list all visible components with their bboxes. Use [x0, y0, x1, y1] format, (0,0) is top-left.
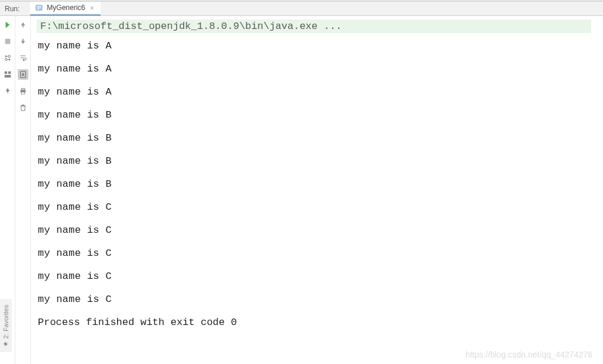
exit-message: Process finished with exit code 0: [37, 317, 603, 328]
star-icon: ★: [2, 341, 10, 347]
output-line: my name is A: [37, 86, 603, 98]
run-config-tab[interactable]: MyGeneric6 ×: [30, 2, 100, 16]
svg-rect-4: [5, 39, 10, 44]
svg-rect-7: [4, 72, 7, 74]
output-line: my name is B: [37, 132, 603, 144]
run-panel: F:\microsoft_dist_openjdk_1.8.0.9\bin\ja…: [0, 16, 603, 364]
down-stacktrace-icon[interactable]: [18, 36, 28, 47]
favorites-side-tab[interactable]: ★ 2: Favorites: [0, 299, 12, 352]
command-line: F:\microsoft_dist_openjdk_1.8.0.9\bin\ja…: [37, 20, 591, 33]
rerun-icon[interactable]: [2, 20, 13, 30]
output-line: my name is C: [37, 248, 603, 259]
svg-rect-1: [37, 6, 41, 6]
scroll-to-end-icon[interactable]: [18, 69, 28, 80]
output-line: my name is B: [37, 155, 603, 167]
output-line: my name is A: [37, 40, 603, 51]
output-line: my name is C: [37, 202, 603, 213]
output-line: my name is A: [37, 63, 603, 74]
svg-rect-8: [8, 72, 10, 74]
close-tab-icon[interactable]: ×: [89, 4, 96, 12]
left-gutter-secondary: [15, 16, 31, 364]
side-tab-label: 2: Favorites: [2, 304, 9, 338]
output-line: my name is B: [37, 109, 603, 121]
svg-rect-9: [4, 75, 11, 77]
up-stacktrace-icon[interactable]: [18, 20, 28, 30]
output-line: my name is C: [37, 271, 603, 282]
svg-point-5: [8, 56, 10, 58]
output-line: my name is C: [37, 225, 603, 236]
restore-layout-icon[interactable]: [2, 53, 13, 63]
output-line: my name is B: [37, 178, 603, 190]
print-icon[interactable]: [18, 86, 28, 96]
run-tab-bar: Run: MyGeneric6 ×: [0, 2, 603, 16]
run-config-icon: [35, 4, 43, 12]
output-line: my name is C: [37, 294, 603, 305]
console-output[interactable]: F:\microsoft_dist_openjdk_1.8.0.9\bin\ja…: [31, 16, 603, 364]
svg-rect-15: [21, 92, 24, 95]
svg-rect-11: [22, 39, 24, 41]
svg-point-6: [5, 58, 7, 61]
tab-label: MyGeneric6: [47, 4, 85, 12]
pin-icon[interactable]: [2, 86, 13, 96]
svg-rect-14: [21, 89, 24, 90]
clear-all-icon[interactable]: [18, 102, 28, 113]
svg-rect-10: [22, 25, 24, 27]
run-label: Run:: [5, 5, 20, 13]
output-block: my name is A my name is A my name is A m…: [37, 40, 603, 305]
svg-rect-2: [37, 8, 41, 8]
stop-icon[interactable]: [2, 36, 13, 47]
soft-wrap-icon[interactable]: [18, 53, 28, 63]
layout-settings-icon[interactable]: [2, 69, 13, 80]
svg-rect-3: [37, 9, 40, 9]
